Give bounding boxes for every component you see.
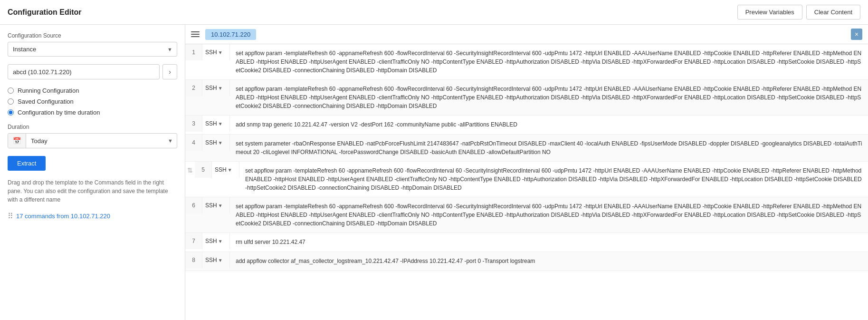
extract-button[interactable]: Extract <box>8 156 46 171</box>
commands-count-label: 17 commands from 10.102.71.220 <box>16 213 110 220</box>
row-number: 3 <box>185 116 202 132</box>
cmd-type-arrow-icon: ▼ <box>218 258 223 263</box>
cmd-type-arrow-icon: ▼ <box>218 50 223 55</box>
instance-input[interactable] <box>8 64 160 79</box>
row-number: 8 <box>185 252 202 268</box>
menu-icon[interactable] <box>191 31 200 37</box>
header-buttons: Preview Variables Clear Content <box>737 5 860 19</box>
help-text: Drag and drop the template to the Comman… <box>8 178 177 204</box>
radio-duration[interactable]: Configuration by time duration <box>8 109 177 116</box>
cmd-text: add appflow collector af_mas_collector_l… <box>230 252 868 270</box>
radio-group: Running Configuration Saved Configuratio… <box>8 87 177 116</box>
cmd-type-arrow-icon: ▼ <box>228 167 232 173</box>
row-number: 2 <box>185 80 202 96</box>
duration-label: Duration <box>8 124 177 130</box>
clear-content-button[interactable]: Clear Content <box>806 5 860 19</box>
table-row: 3 SSH ▼ add snmp trap generic 10.221.42.… <box>185 116 868 135</box>
cmd-type-selector[interactable]: SSH ▼ <box>202 233 230 249</box>
main-layout: Configuration Source Instance File ▼ › R… <box>0 25 868 320</box>
instance-row: › <box>8 64 177 79</box>
cmd-type-arrow-icon: ▼ <box>218 86 223 91</box>
table-row: ⇅ 5 SSH ▼ set appflow param -templateRef… <box>185 162 868 197</box>
drag-handle[interactable]: ⇅ <box>185 162 195 179</box>
cmd-type-arrow-icon: ▼ <box>218 121 223 126</box>
duration-arrow-icon: ▼ <box>164 135 177 147</box>
cmd-type-selector[interactable]: SSH ▼ <box>202 44 230 60</box>
cmd-type-label: SSH <box>205 49 217 56</box>
table-row: 2 SSH ▼ set appflow param -templateRefre… <box>185 80 868 116</box>
cmd-type-label: SSH <box>205 120 217 127</box>
left-panel: Configuration Source Instance File ▼ › R… <box>0 25 185 320</box>
cmd-text: set system parameter -rbaOnResponse ENAB… <box>230 135 868 161</box>
config-source-label: Configuration Source <box>8 32 177 39</box>
table-row: 4 SSH ▼ set system parameter -rbaOnRespo… <box>185 135 868 162</box>
cmd-type-label: SSH <box>205 85 217 91</box>
cmd-type-selector[interactable]: SSH ▼ <box>202 80 230 96</box>
cmd-type-label: SSH <box>205 257 217 263</box>
cmd-text: add snmp trap generic 10.221.42.47 -vers… <box>230 116 868 134</box>
commands-summary[interactable]: ⠿ 17 commands from 10.102.71.220 <box>8 212 177 221</box>
preview-variables-button[interactable]: Preview Variables <box>737 5 802 19</box>
cmd-text: set appflow param -templateRefresh 60 -a… <box>239 162 868 197</box>
cmd-type-arrow-icon: ▼ <box>218 140 223 145</box>
cmd-text: set appflow param -templateRefresh 60 -a… <box>230 197 868 233</box>
table-row: 1 SSH ▼ set appflow param -templateRefre… <box>185 44 868 80</box>
go-button[interactable]: › <box>162 64 177 79</box>
duration-select[interactable]: Today Last 7 Days Last 30 Days Custom <box>26 134 164 148</box>
table-row: 8 SSH ▼ add appflow collector af_mas_col… <box>185 252 868 271</box>
radio-duration-input[interactable] <box>8 109 14 116</box>
page-title: Configuration Editor <box>8 8 82 17</box>
cmd-type-selector[interactable]: SSH ▼ <box>202 135 230 151</box>
cmd-type-arrow-icon: ▼ <box>218 239 223 244</box>
config-source-wrapper: Instance File ▼ <box>8 42 177 57</box>
calendar-icon: 📅 <box>8 134 26 148</box>
cmd-type-selector[interactable]: SSH ▼ <box>202 197 230 213</box>
row-number: 6 <box>185 197 202 213</box>
radio-running-input[interactable] <box>8 87 14 94</box>
radio-saved[interactable]: Saved Configuration <box>8 98 177 105</box>
radio-running[interactable]: Running Configuration <box>8 87 177 94</box>
table-row: 7 SSH ▼ rm ulfd server 10.221.42.47 <box>185 233 868 252</box>
cmd-type-label: SSH <box>205 139 217 146</box>
right-toolbar: 10.102.71.220 × <box>185 25 868 44</box>
radio-running-label: Running Configuration <box>18 87 79 94</box>
row-number: 7 <box>185 233 202 249</box>
row-number: 1 <box>185 44 202 60</box>
close-button[interactable]: × <box>851 29 862 40</box>
right-panel: 10.102.71.220 × 1 SSH ▼ set appflow para… <box>185 25 868 320</box>
radio-saved-label: Saved Configuration <box>18 98 74 105</box>
cmd-type-selector[interactable]: SSH ▼ <box>202 116 230 132</box>
cmd-text: rm ulfd server 10.221.42.47 <box>230 233 868 251</box>
row-number: 5 <box>195 162 212 178</box>
table-row: 6 SSH ▼ set appflow param -templateRefre… <box>185 197 868 233</box>
cmd-type-label: SSH <box>215 166 227 173</box>
header: Configuration Editor Preview Variables C… <box>0 0 868 25</box>
radio-duration-label: Configuration by time duration <box>18 109 100 116</box>
radio-saved-input[interactable] <box>8 98 14 105</box>
cmd-text: set appflow param -templateRefresh 60 -a… <box>230 44 868 79</box>
cmd-type-arrow-icon: ▼ <box>218 203 223 208</box>
cmd-text: set appflow param -templateRefresh 60 -a… <box>230 80 868 115</box>
duration-select-row: 📅 Today Last 7 Days Last 30 Days Custom … <box>8 133 177 148</box>
drag-icon: ⠿ <box>8 212 13 221</box>
cmd-type-label: SSH <box>205 202 217 209</box>
row-number: 4 <box>185 135 202 151</box>
commands-table: 1 SSH ▼ set appflow param -templateRefre… <box>185 44 868 320</box>
cmd-type-label: SSH <box>205 238 217 244</box>
config-source-select[interactable]: Instance File <box>8 42 177 57</box>
cmd-type-selector[interactable]: SSH ▼ <box>202 252 230 268</box>
ip-badge: 10.102.71.220 <box>205 29 256 40</box>
cmd-type-selector[interactable]: SSH ▼ <box>212 162 239 178</box>
